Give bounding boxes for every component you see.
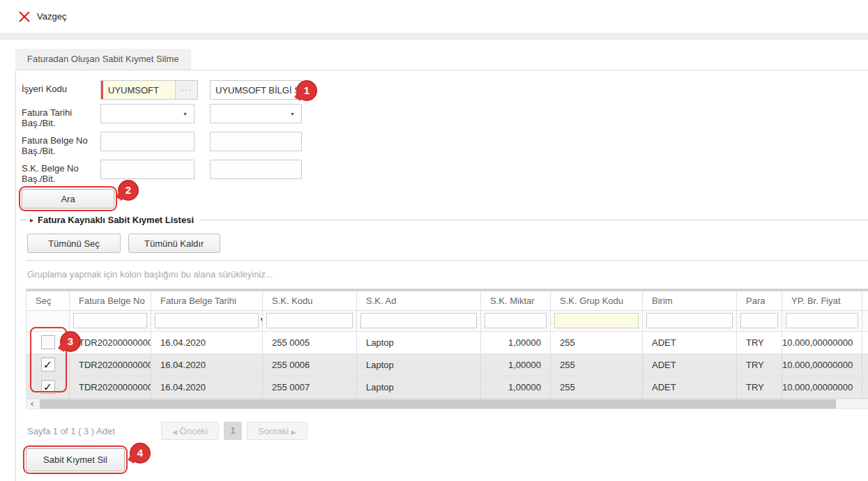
horizontal-scrollbar[interactable]: ‹ xyxy=(26,399,868,409)
sk-belge-no-label: S.K. Belge No Baş./Bit. xyxy=(22,160,100,184)
cell-grup: 255 xyxy=(551,376,643,399)
col-header-sk-miktar[interactable]: S.K. Miktar xyxy=(481,291,551,311)
col-header-yp-br-fiyat[interactable]: YP. Br. Fiyat xyxy=(782,291,862,311)
cell-sk-kodu: 255 0005 xyxy=(263,332,357,354)
cell-fiyat: 10.000,00000000 xyxy=(782,376,862,399)
scrollbar-thumb[interactable] xyxy=(40,399,836,409)
isyeri-kodu-label: İşyeri Kodu xyxy=(22,80,100,100)
deselect-all-button[interactable]: Tümünü Kaldır xyxy=(128,234,220,253)
legend-line-left xyxy=(20,220,26,220)
collapse-arrow-icon[interactable]: ▸ xyxy=(30,216,33,224)
asset-grid: Seç Fatura Belge No↑ Fatura Belge Tarihi… xyxy=(26,289,868,399)
cancel-x-icon xyxy=(17,10,31,24)
fatura-belge-no-bit-input[interactable] xyxy=(210,132,302,151)
cell-birim: ADET xyxy=(643,376,737,399)
cancel-button[interactable]: Vazgeç xyxy=(17,10,66,24)
fatura-belge-no-label: Fatura Belge No Baş./Bit. xyxy=(22,132,100,156)
cell-grup: 255 xyxy=(551,354,643,376)
row-checkbox-unchecked[interactable] xyxy=(41,335,55,349)
fatura-belge-no-bas-input[interactable] xyxy=(100,132,195,151)
form-row-isyeri: İşyeri Kodu ··· xyxy=(22,80,868,100)
form-row-fatura-tarihi: Fatura Tarihi Baş./Bit. ▼ ▼ xyxy=(22,104,868,128)
table-row: ✓ TDR2020000000001 16.04.2020 255 0006 L… xyxy=(26,354,868,376)
annotation-badge-3: 3 xyxy=(60,331,81,352)
main-panel: İşyeri Kodu ··· Fatura Tarihi Baş./Bit. … xyxy=(15,70,868,481)
chevron-down-icon: ▼ xyxy=(183,112,188,116)
row-checkbox-checked[interactable]: ✓ xyxy=(41,358,55,372)
filter-fatura-belge-no[interactable] xyxy=(73,313,147,328)
sk-belge-no-bit-input[interactable] xyxy=(210,160,302,179)
annotation-badge-2: 2 xyxy=(118,180,139,201)
cell-para: TRY xyxy=(737,376,782,399)
isyeri-adi-input[interactable] xyxy=(210,80,302,100)
filter-sk-ad[interactable] xyxy=(360,313,477,328)
cell-miktar: 1,00000 xyxy=(481,332,551,354)
list-section-header: ▸ Fatura Kaynaklı Sabit Kıymet Listesi xyxy=(20,215,868,224)
col-header-sk-kodu[interactable]: S.K. Kodu xyxy=(263,291,357,311)
cell-belge-no: TDR2020000000001 xyxy=(70,332,151,354)
filter-fatura-belge-tarihi[interactable] xyxy=(155,313,259,328)
search-highlight: Ara xyxy=(19,186,117,211)
page-number-button[interactable]: 1 xyxy=(224,422,242,440)
isyeri-kodu-lookup: ··· xyxy=(100,80,198,100)
prev-arrow-icon: ◀ xyxy=(172,429,177,436)
col-header-sk-ad[interactable]: S.K. Ad xyxy=(357,291,481,311)
fatura-tarihi-bit-select[interactable]: ▼ xyxy=(210,104,302,123)
cell-tarih: 16.04.2020 xyxy=(151,354,263,376)
delete-fixed-asset-button[interactable]: Sabit Kıymet Sil xyxy=(26,448,125,471)
checkmark-icon: ✓ xyxy=(43,359,52,371)
page-info: Sayfa 1 of 1 ( 3 ) Adet xyxy=(27,426,161,436)
cell-fiyat: 10.000,00000000 xyxy=(782,332,862,354)
cell-sk-kodu: 255 0007 xyxy=(263,376,357,399)
ellipsis-icon: ··· xyxy=(181,85,192,95)
delete-highlight: Sabit Kıymet Sil xyxy=(23,445,128,474)
col-header-fatura-belge-no[interactable]: Fatura Belge No↑ xyxy=(70,291,151,311)
filter-sk-miktar[interactable] xyxy=(485,313,547,328)
isyeri-kodu-input[interactable] xyxy=(101,81,175,99)
tab-strip: Faturadan Oluşan Sabit Kıymet Silme xyxy=(0,40,868,70)
cell-sk-kodu: 255 0006 xyxy=(263,354,357,376)
filter-birim[interactable] xyxy=(646,313,733,328)
next-page-button[interactable]: Sonraki ▶ xyxy=(247,422,307,440)
fatura-tarihi-bas-select[interactable]: ▼ xyxy=(100,104,195,123)
filter-yp-br-fiyat[interactable] xyxy=(786,313,858,328)
col-header-sk-grup-kodu[interactable]: S.K. Grup Kodu xyxy=(551,291,643,311)
search-button[interactable]: Ara xyxy=(22,189,114,208)
form-row-sk-belge-no: S.K. Belge No Baş./Bit. xyxy=(22,160,868,184)
filter-para[interactable] xyxy=(740,313,778,328)
chevron-down-icon: ▼ xyxy=(290,112,295,116)
grid-filter-row: ▼ xyxy=(26,311,868,332)
toolbar-separator xyxy=(0,33,868,40)
filter-sk-kodu[interactable] xyxy=(266,313,353,328)
col-header-para[interactable]: Para xyxy=(737,291,782,311)
sk-belge-no-bas-input[interactable] xyxy=(100,160,195,179)
cell-fiyat: 10.000,00000000 xyxy=(782,354,862,376)
next-arrow-icon: ▶ xyxy=(291,429,296,436)
toolbar: Vazgeç xyxy=(0,0,868,33)
prev-page-button[interactable]: ◀ Önceki xyxy=(161,422,219,440)
filter-sk-grup-kodu[interactable] xyxy=(554,313,639,328)
tab-fixed-asset-delete[interactable]: Faturadan Oluşan Sabit Kıymet Silme xyxy=(15,49,191,70)
cell-belge-no: TDR2020000000001 xyxy=(70,354,151,376)
group-by-hint: Gruplama yapmak için kolon başlığını bu … xyxy=(27,269,868,280)
col-header-fatura-belge-tarihi[interactable]: Fatura Belge Tarihi xyxy=(151,291,263,311)
table-row: ✓ TDR2020000000001 16.04.2020 255 0007 L… xyxy=(26,376,868,399)
row-checkbox-checked[interactable]: ✓ xyxy=(41,380,55,394)
select-all-button[interactable]: Tümünü Seç xyxy=(27,234,121,253)
selection-buttons: Tümünü Seç Tümünü Kaldır xyxy=(27,234,868,253)
isyeri-lookup-button[interactable]: ··· xyxy=(175,81,197,99)
cell-sk-ad: Laptop xyxy=(357,376,481,399)
cell-sk-ad: Laptop xyxy=(357,332,481,354)
scroll-left-icon[interactable]: ‹ xyxy=(26,399,38,409)
cell-miktar: 1,00000 xyxy=(481,354,551,376)
col-header-birim[interactable]: Birim xyxy=(643,291,737,311)
cell-para: TRY xyxy=(737,354,782,376)
grid-header: Seç Fatura Belge No↑ Fatura Belge Tarihi… xyxy=(26,291,868,311)
cancel-label: Vazgeç xyxy=(37,11,66,22)
cell-tarih: 16.04.2020 xyxy=(151,376,263,399)
annotation-badge-1: 1 xyxy=(296,80,317,101)
cell-belge-no: TDR2020000000001 xyxy=(70,376,151,399)
col-header-sec[interactable]: Seç xyxy=(26,291,70,311)
cell-birim: ADET xyxy=(643,332,737,354)
cell-sk-ad: Laptop xyxy=(357,354,481,376)
